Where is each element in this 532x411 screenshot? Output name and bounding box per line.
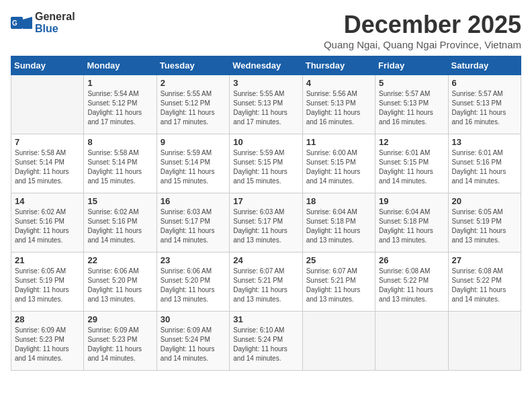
day-number: 13 bbox=[452, 137, 517, 147]
day-info: Sunrise: 6:01 AMSunset: 5:15 PMDaylight:… bbox=[379, 149, 433, 185]
day-number: 1 bbox=[87, 78, 152, 88]
day-cell: 29 Sunrise: 6:09 AMSunset: 5:23 PMDaylig… bbox=[84, 312, 157, 371]
week-row-2: 14 Sunrise: 6:02 AMSunset: 5:16 PMDaylig… bbox=[11, 193, 521, 253]
day-info: Sunrise: 5:57 AMSunset: 5:13 PMDaylight:… bbox=[452, 90, 506, 126]
day-info: Sunrise: 5:58 AMSunset: 5:14 PMDaylight:… bbox=[87, 149, 142, 185]
day-info: Sunrise: 6:03 AMSunset: 5:17 PMDaylight:… bbox=[233, 208, 287, 244]
svg-text:G: G bbox=[12, 19, 17, 27]
day-number: 8 bbox=[87, 137, 152, 147]
day-cell: 27 Sunrise: 6:08 AMSunset: 5:22 PMDaylig… bbox=[448, 253, 521, 312]
day-info: Sunrise: 6:01 AMSunset: 5:16 PMDaylight:… bbox=[452, 149, 506, 185]
day-cell: 31 Sunrise: 6:10 AMSunset: 5:24 PMDaylig… bbox=[230, 312, 302, 371]
day-cell: 20 Sunrise: 6:05 AMSunset: 5:19 PMDaylig… bbox=[448, 193, 521, 253]
location: Quang Ngai, Quang Ngai Province, Vietnam bbox=[324, 39, 521, 50]
day-number: 9 bbox=[161, 137, 226, 147]
day-number: 24 bbox=[233, 255, 298, 265]
calendar-header: SundayMondayTuesdayWednesdayThursdayFrid… bbox=[11, 56, 521, 75]
day-info: Sunrise: 6:07 AMSunset: 5:21 PMDaylight:… bbox=[233, 267, 287, 303]
day-number: 4 bbox=[306, 78, 371, 88]
day-number: 27 bbox=[452, 255, 517, 265]
day-number: 12 bbox=[379, 137, 444, 147]
day-cell: 9 Sunrise: 5:59 AMSunset: 5:14 PMDayligh… bbox=[157, 134, 229, 193]
day-number: 25 bbox=[306, 255, 371, 265]
day-info: Sunrise: 5:57 AMSunset: 5:13 PMDaylight:… bbox=[379, 90, 433, 126]
day-cell: 1 Sunrise: 5:54 AMSunset: 5:12 PMDayligh… bbox=[84, 75, 157, 134]
day-cell bbox=[302, 312, 375, 371]
day-cell bbox=[11, 75, 84, 134]
header-saturday: Saturday bbox=[448, 56, 521, 75]
day-number: 6 bbox=[452, 78, 517, 88]
day-cell: 4 Sunrise: 5:56 AMSunset: 5:13 PMDayligh… bbox=[302, 75, 375, 134]
day-cell: 28 Sunrise: 6:09 AMSunset: 5:23 PMDaylig… bbox=[11, 312, 84, 371]
day-number: 2 bbox=[161, 78, 226, 88]
day-number: 30 bbox=[161, 314, 226, 324]
day-cell: 2 Sunrise: 5:55 AMSunset: 5:12 PMDayligh… bbox=[157, 75, 229, 134]
day-info: Sunrise: 6:06 AMSunset: 5:20 PMDaylight:… bbox=[87, 267, 142, 303]
calendar-table: SundayMondayTuesdayWednesdayThursdayFrid… bbox=[11, 56, 521, 371]
header-monday: Monday bbox=[84, 56, 157, 75]
day-info: Sunrise: 5:54 AMSunset: 5:12 PMDaylight:… bbox=[87, 90, 142, 126]
day-info: Sunrise: 5:56 AMSunset: 5:13 PMDaylight:… bbox=[306, 90, 361, 126]
day-info: Sunrise: 6:02 AMSunset: 5:16 PMDaylight:… bbox=[87, 208, 142, 244]
week-row-1: 7 Sunrise: 5:58 AMSunset: 5:14 PMDayligh… bbox=[11, 134, 521, 193]
day-cell: 6 Sunrise: 5:57 AMSunset: 5:13 PMDayligh… bbox=[448, 75, 521, 134]
header-friday: Friday bbox=[375, 56, 448, 75]
day-info: Sunrise: 5:55 AMSunset: 5:12 PMDaylight:… bbox=[161, 90, 215, 126]
day-number: 17 bbox=[233, 196, 298, 206]
day-number: 29 bbox=[87, 314, 152, 324]
day-info: Sunrise: 6:05 AMSunset: 5:19 PMDaylight:… bbox=[15, 267, 69, 303]
day-cell: 21 Sunrise: 6:05 AMSunset: 5:19 PMDaylig… bbox=[11, 253, 84, 312]
week-row-4: 28 Sunrise: 6:09 AMSunset: 5:23 PMDaylig… bbox=[11, 312, 521, 371]
week-row-0: 1 Sunrise: 5:54 AMSunset: 5:12 PMDayligh… bbox=[11, 75, 521, 134]
day-cell: 18 Sunrise: 6:04 AMSunset: 5:18 PMDaylig… bbox=[302, 193, 375, 253]
day-info: Sunrise: 6:06 AMSunset: 5:20 PMDaylight:… bbox=[161, 267, 215, 303]
day-cell: 19 Sunrise: 6:04 AMSunset: 5:18 PMDaylig… bbox=[375, 193, 448, 253]
day-info: Sunrise: 6:04 AMSunset: 5:18 PMDaylight:… bbox=[379, 208, 433, 244]
day-info: Sunrise: 5:58 AMSunset: 5:14 PMDaylight:… bbox=[15, 149, 69, 185]
day-info: Sunrise: 5:59 AMSunset: 5:14 PMDaylight:… bbox=[161, 149, 215, 185]
logo-general: General bbox=[35, 11, 75, 22]
day-cell: 15 Sunrise: 6:02 AMSunset: 5:16 PMDaylig… bbox=[84, 193, 157, 253]
day-cell: 24 Sunrise: 6:07 AMSunset: 5:21 PMDaylig… bbox=[230, 253, 302, 312]
day-info: Sunrise: 6:09 AMSunset: 5:23 PMDaylight:… bbox=[15, 326, 69, 362]
day-cell: 14 Sunrise: 6:02 AMSunset: 5:16 PMDaylig… bbox=[11, 193, 84, 253]
day-info: Sunrise: 6:10 AMSunset: 5:24 PMDaylight:… bbox=[233, 326, 287, 362]
day-number: 3 bbox=[233, 78, 298, 88]
day-info: Sunrise: 6:09 AMSunset: 5:24 PMDaylight:… bbox=[161, 326, 215, 362]
day-info: Sunrise: 6:02 AMSunset: 5:16 PMDaylight:… bbox=[15, 208, 69, 244]
day-info: Sunrise: 6:09 AMSunset: 5:23 PMDaylight:… bbox=[87, 326, 142, 362]
header-row: SundayMondayTuesdayWednesdayThursdayFrid… bbox=[11, 56, 521, 75]
day-info: Sunrise: 5:59 AMSunset: 5:15 PMDaylight:… bbox=[233, 149, 287, 185]
day-number: 22 bbox=[87, 255, 152, 265]
day-number: 31 bbox=[233, 314, 298, 324]
svg-marker-1 bbox=[23, 17, 32, 29]
day-number: 15 bbox=[87, 196, 152, 206]
month-title: December 2025 bbox=[324, 11, 521, 39]
day-info: Sunrise: 6:05 AMSunset: 5:19 PMDaylight:… bbox=[452, 208, 506, 244]
day-number: 26 bbox=[379, 255, 444, 265]
day-cell bbox=[448, 312, 521, 371]
day-cell: 11 Sunrise: 6:00 AMSunset: 5:15 PMDaylig… bbox=[302, 134, 375, 193]
day-info: Sunrise: 6:04 AMSunset: 5:18 PMDaylight:… bbox=[306, 208, 361, 244]
day-number: 10 bbox=[233, 137, 298, 147]
day-info: Sunrise: 5:55 AMSunset: 5:13 PMDaylight:… bbox=[233, 90, 287, 126]
page-header: G General Blue December 2025 Quang Ngai,… bbox=[11, 11, 521, 50]
logo-blue: Blue bbox=[35, 23, 58, 34]
day-cell: 7 Sunrise: 5:58 AMSunset: 5:14 PMDayligh… bbox=[11, 134, 84, 193]
day-number: 18 bbox=[306, 196, 371, 206]
day-info: Sunrise: 6:08 AMSunset: 5:22 PMDaylight:… bbox=[452, 267, 506, 303]
header-wednesday: Wednesday bbox=[230, 56, 302, 75]
day-cell: 25 Sunrise: 6:07 AMSunset: 5:21 PMDaylig… bbox=[302, 253, 375, 312]
header-tuesday: Tuesday bbox=[157, 56, 229, 75]
day-cell: 8 Sunrise: 5:58 AMSunset: 5:14 PMDayligh… bbox=[84, 134, 157, 193]
logo: G General Blue bbox=[11, 11, 75, 35]
week-row-3: 21 Sunrise: 6:05 AMSunset: 5:19 PMDaylig… bbox=[11, 253, 521, 312]
day-cell: 5 Sunrise: 5:57 AMSunset: 5:13 PMDayligh… bbox=[375, 75, 448, 134]
day-number: 23 bbox=[161, 255, 226, 265]
day-cell: 17 Sunrise: 6:03 AMSunset: 5:17 PMDaylig… bbox=[230, 193, 302, 253]
day-number: 19 bbox=[379, 196, 444, 206]
day-number: 16 bbox=[161, 196, 226, 206]
logo-icon: G bbox=[11, 15, 32, 30]
day-cell: 30 Sunrise: 6:09 AMSunset: 5:24 PMDaylig… bbox=[157, 312, 229, 371]
day-number: 7 bbox=[15, 137, 80, 147]
